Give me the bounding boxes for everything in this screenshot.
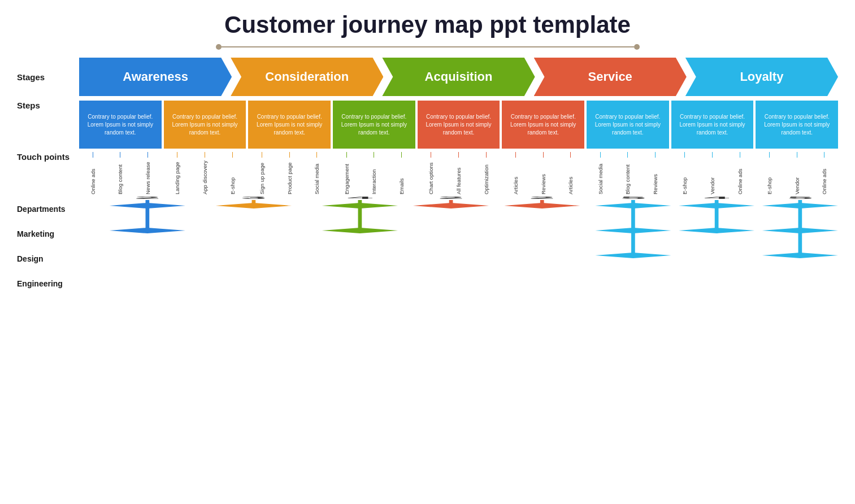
dept-diamond xyxy=(595,253,671,258)
tp-item-0-1: Blog content xyxy=(117,152,123,194)
tp-item-6-1: Blog content xyxy=(624,152,631,194)
stage-acquisition: Acquisition xyxy=(382,58,535,96)
stages-container: AwarenessConsiderationAcquisitionService… xyxy=(79,58,838,96)
tp-text-3-2: Emails xyxy=(398,158,405,194)
step-box-6: Contrary to popular belief. Lorem Ipsum … xyxy=(587,101,669,149)
tp-item-3-1: Interaction xyxy=(371,152,377,194)
dept-diamond xyxy=(679,203,754,208)
dept-number: 2 xyxy=(530,196,555,200)
timeline-bar xyxy=(216,44,640,50)
marketing-label: Marketing xyxy=(17,221,79,246)
engineering-label: Engineering xyxy=(17,271,79,296)
tp-line xyxy=(515,152,516,158)
departments-section: Departments Marketing Design Engineering… xyxy=(17,197,838,298)
tp-text-1-0: Landing page xyxy=(174,158,180,194)
tp-line xyxy=(684,152,685,158)
tp-line xyxy=(374,152,374,158)
tp-line xyxy=(289,152,290,158)
tp-item-7-0: E-shop xyxy=(682,152,688,194)
tp-line xyxy=(120,152,120,158)
tp-item-2-1: Product page xyxy=(287,152,293,194)
touchpoints-container: Online adsBlog contentNews releaseLandin… xyxy=(79,152,838,194)
dept-diamond xyxy=(216,203,292,208)
tp-text-6-2: Reviews xyxy=(652,158,658,194)
tp-text-8-2: Online ads xyxy=(821,158,827,194)
tp-text-0-1: Blog content xyxy=(117,158,123,194)
touchpoints-row: Touch points Online adsBlog contentNews … xyxy=(17,152,838,194)
tp-text-5-2: Articles xyxy=(567,158,574,194)
step-box-8: Contrary to popular belief. Lorem Ipsum … xyxy=(756,101,838,149)
tp-item-0-2: News release xyxy=(145,152,151,194)
tp-text-4-1: All features xyxy=(455,158,462,194)
tp-text-5-0: Articles xyxy=(513,158,519,194)
stages-label: Stages xyxy=(17,72,79,82)
dept-number: 5 xyxy=(620,196,646,200)
dept-chart-col: 23422545 xyxy=(79,197,838,298)
tp-line xyxy=(570,152,571,158)
dept-label: Departments xyxy=(17,197,79,221)
stage-awareness: Awareness xyxy=(79,58,232,96)
tp-line xyxy=(431,152,431,158)
dept-number: 4 xyxy=(347,196,372,200)
dept-number: 2 xyxy=(439,196,464,200)
step-box-7: Contrary to popular belief. Lorem Ipsum … xyxy=(671,101,754,149)
tp-line xyxy=(486,152,487,158)
tp-group-4: Chart optionsAll featuresOptimization xyxy=(418,152,500,194)
dept-diamond xyxy=(762,253,838,258)
steps-row: Steps Contrary to popular belief. Lorem … xyxy=(17,101,838,149)
dept-number: 4 xyxy=(704,196,730,200)
tp-line xyxy=(600,152,601,158)
dept-diamond xyxy=(322,228,398,233)
tp-line xyxy=(346,152,347,158)
page-title: Customer journey map ppt template xyxy=(224,11,631,38)
tp-line xyxy=(147,152,148,158)
step-box-5: Contrary to popular belief. Lorem Ipsum … xyxy=(502,101,584,149)
tp-text-7-2: Online ads xyxy=(737,158,743,194)
tp-text-2-1: Product page xyxy=(287,158,293,194)
tp-text-6-1: Blog content xyxy=(624,158,631,194)
dept-diamond xyxy=(595,203,671,208)
dept-diamond xyxy=(762,203,838,208)
tp-line xyxy=(177,152,177,158)
dept-number: 5 xyxy=(787,196,813,200)
tp-line xyxy=(797,152,797,158)
tp-item-3-2: Emails xyxy=(398,152,405,194)
tp-text-3-0: Engagement xyxy=(344,158,350,194)
tp-line xyxy=(740,152,740,158)
tp-line xyxy=(458,152,459,158)
stage-label-awareness: Awareness xyxy=(106,69,205,84)
tp-text-2-2: Social media xyxy=(314,158,320,194)
tp-text-5-1: Reviews xyxy=(540,158,546,194)
tp-item-4-0: Chart options xyxy=(428,152,434,194)
dept-diamond xyxy=(110,228,185,233)
tp-item-8-2: Online ads xyxy=(821,152,827,194)
stage-label-service: Service xyxy=(571,69,649,84)
steps-container: Contrary to popular belief. Lorem Ipsum … xyxy=(79,101,838,149)
tp-group-6: Social mediaBlog contentReviews xyxy=(587,152,669,194)
step-box-3: Contrary to popular belief. Lorem Ipsum … xyxy=(333,101,415,149)
tp-item-7-1: Vendor xyxy=(709,152,715,194)
dept-diamond xyxy=(679,228,754,233)
dept-number: 2 xyxy=(134,196,160,200)
tp-line xyxy=(262,152,262,158)
tp-text-0-2: News release xyxy=(145,158,151,194)
steps-label: Steps xyxy=(17,101,79,110)
main-content: Stages AwarenessConsiderationAcquisition… xyxy=(17,58,838,298)
tp-text-8-1: Vendor xyxy=(794,158,800,194)
touchpoints-label: Touch points xyxy=(17,152,79,162)
tp-text-7-1: Vendor xyxy=(709,158,715,194)
tp-item-4-2: Optimization xyxy=(483,152,489,194)
page: Customer journey map ppt template Stages… xyxy=(0,0,855,504)
stages-row: Stages AwarenessConsiderationAcquisition… xyxy=(17,58,838,96)
tp-line xyxy=(712,152,713,158)
tp-group-2: Sign up pageProduct pageSocial media xyxy=(248,152,331,194)
tp-line xyxy=(316,152,317,158)
step-box-0: Contrary to popular belief. Lorem Ipsum … xyxy=(79,101,162,149)
tp-text-4-0: Chart options xyxy=(428,158,434,194)
tp-item-4-1: All features xyxy=(455,152,462,194)
tp-item-0-0: Online ads xyxy=(90,152,96,194)
tp-text-7-0: E-shop xyxy=(682,158,688,194)
stage-loyalty: Loyalty xyxy=(685,58,838,96)
tp-item-5-2: Articles xyxy=(567,152,574,194)
timeline-dot-right xyxy=(634,44,640,50)
